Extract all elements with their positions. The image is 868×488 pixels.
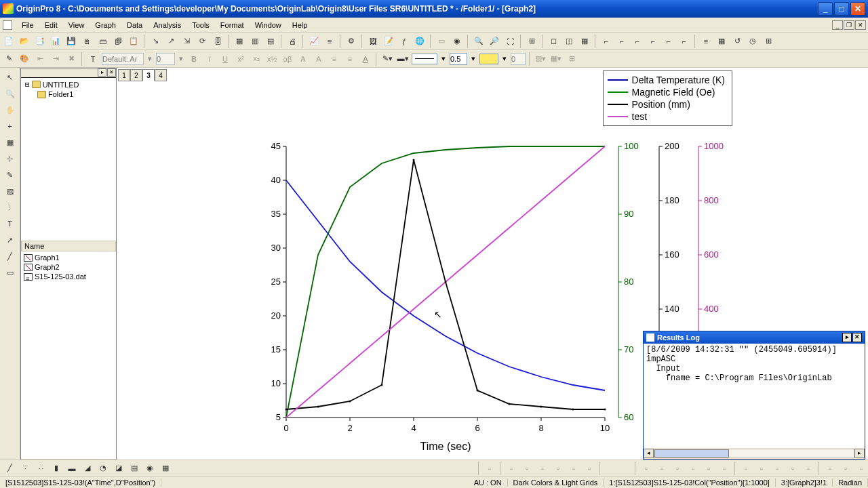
fill-color-button[interactable]: 🎨: [18, 52, 31, 66]
group-button[interactable]: ▫: [854, 462, 868, 475]
bar-plot-button[interactable]: ▬: [65, 462, 79, 475]
grp2-button[interactable]: ▫: [520, 462, 534, 475]
grp4-button[interactable]: ▫: [551, 462, 565, 475]
reimport-button[interactable]: ⟳: [195, 35, 209, 48]
text-tool-button[interactable]: T: [86, 52, 100, 66]
rescale-button[interactable]: ⊞: [525, 35, 538, 48]
layer-1-button[interactable]: ◻: [547, 35, 560, 48]
legend[interactable]: Delta Temperature (K)Magnetic Field (Oe)…: [603, 70, 732, 126]
save-template-button[interactable]: 🗎: [80, 35, 94, 48]
new-graph-button[interactable]: ▤: [264, 35, 277, 48]
grp1-button[interactable]: ▫: [505, 462, 518, 475]
pe-close-button[interactable]: ✕: [107, 68, 116, 77]
add-right-axis-button[interactable]: ⌐: [646, 35, 660, 48]
slide-show-button[interactable]: ▭: [435, 35, 448, 48]
zoom-in-button[interactable]: 🔍: [472, 35, 486, 48]
grp5-button[interactable]: ▫: [567, 462, 580, 475]
underline-button[interactable]: U: [218, 52, 232, 66]
grp6-button[interactable]: ▫: [583, 462, 596, 475]
fill-color-chip[interactable]: [479, 54, 498, 64]
object-edit-2[interactable]: ▫: [655, 462, 669, 475]
column-plot-button[interactable]: ▮: [50, 462, 63, 475]
rect-tool[interactable]: ▭: [3, 266, 17, 279]
close-button[interactable]: ✕: [850, 2, 865, 16]
object-edit-6[interactable]: ▫: [717, 462, 731, 475]
results-log-titlebar[interactable]: Results Log ▸ ✕: [644, 331, 865, 344]
region-tool[interactable]: ⋮: [3, 201, 17, 214]
layer-3-button[interactable]: ▦: [578, 35, 591, 48]
line-width-input[interactable]: [450, 53, 467, 65]
arrow-tool[interactable]: ↗: [3, 233, 17, 247]
line-symbol-button[interactable]: ∴: [34, 462, 47, 475]
full-screen-button[interactable]: ⛶: [503, 35, 517, 48]
scroll-right-button[interactable]: ▸: [854, 449, 865, 458]
increase-font-button[interactable]: A: [296, 52, 310, 66]
screen-reader-button[interactable]: ◉: [450, 35, 464, 48]
scroll-thumb[interactable]: [654, 449, 729, 458]
arrange-layers-button[interactable]: ≡: [699, 35, 713, 48]
tree-root[interactable]: ⊟ UNTITLED: [22, 79, 115, 89]
back-button[interactable]: ▫: [839, 462, 852, 475]
border-width-input[interactable]: [511, 53, 526, 65]
line-tool[interactable]: ╱: [3, 249, 17, 263]
subscript-button[interactable]: x₂: [250, 52, 263, 66]
italic-button[interactable]: I: [203, 52, 216, 66]
add-left-axis-button[interactable]: ⌐: [631, 35, 644, 48]
arrange-3[interactable]: ▫: [770, 462, 784, 475]
add-bot-axis-button[interactable]: ⌐: [677, 35, 691, 48]
contour-button[interactable]: ◉: [143, 462, 157, 475]
new-layout-button[interactable]: 🖼: [366, 35, 380, 48]
export-button[interactable]: 🗐: [111, 35, 125, 48]
template-button[interactable]: ▦: [159, 462, 172, 475]
project-item-list[interactable]: Graph1Graph2S15-125-03.dat: [21, 251, 116, 299]
zoom-out-button[interactable]: 🔎: [488, 35, 501, 48]
list-item[interactable]: Graph2: [22, 262, 115, 272]
mdi-close-button[interactable]: ✕: [855, 20, 866, 30]
text-annot-tool[interactable]: T: [3, 217, 17, 230]
align-left-button[interactable]: ≡: [328, 52, 341, 66]
new-notes-button[interactable]: 📝: [382, 35, 395, 48]
import-db-button[interactable]: 🗄: [211, 35, 224, 48]
front-button[interactable]: ▫: [823, 462, 837, 475]
worksheet-button[interactable]: ⊞: [762, 35, 775, 48]
anti-alias-button[interactable]: ↺: [730, 35, 744, 48]
draw-data-tool[interactable]: ✎: [3, 168, 17, 182]
menu-data[interactable]: Data: [121, 20, 148, 30]
arrange-4[interactable]: ▫: [786, 462, 800, 475]
new-function-button[interactable]: ƒ: [397, 35, 411, 48]
menu-window[interactable]: Window: [250, 20, 287, 30]
superscript-button[interactable]: x²: [234, 52, 248, 66]
import-multi-button[interactable]: ⇲: [180, 35, 193, 48]
pan-tool[interactable]: ✋: [3, 103, 17, 117]
refresh-button[interactable]: 🌐: [413, 35, 427, 48]
maximize-button[interactable]: □: [834, 2, 849, 16]
layer-2-button[interactable]: ◫: [562, 35, 576, 48]
menu-file[interactable]: File: [16, 20, 39, 30]
extract-layers-button[interactable]: ⌐: [599, 35, 613, 48]
list-item[interactable]: Graph1: [22, 253, 115, 262]
mask-show-button[interactable]: ▫: [483, 462, 496, 475]
new-workbook-button[interactable]: ▦: [233, 35, 246, 48]
batch-button[interactable]: 📋: [127, 35, 140, 48]
arrange-1[interactable]: ▫: [739, 462, 753, 475]
scroll-left-button[interactable]: ◂: [644, 449, 654, 458]
scatter-plot-button[interactable]: ∵: [18, 462, 32, 475]
arrange-2[interactable]: ▫: [755, 462, 768, 475]
edit-mode-button[interactable]: ✎: [2, 52, 16, 66]
stack-plot-button[interactable]: ▤: [127, 462, 141, 475]
object-edit-5[interactable]: ▫: [702, 462, 715, 475]
menu-tools[interactable]: Tools: [186, 20, 215, 30]
object-edit-4[interactable]: ▫: [686, 462, 700, 475]
object-edit-3[interactable]: ▫: [671, 462, 684, 475]
speed-mode-button[interactable]: ◷: [746, 35, 760, 48]
add-top-axis-button[interactable]: ⌐: [662, 35, 675, 48]
list-item[interactable]: S15-125-03.dat: [22, 272, 115, 281]
mdi-minimize-button[interactable]: _: [832, 20, 843, 30]
results-log-autohide-button[interactable]: ▸: [842, 333, 852, 342]
bold-button[interactable]: B: [187, 52, 201, 66]
new-project-button[interactable]: 📄: [2, 35, 16, 48]
merge-button[interactable]: ⌐: [615, 35, 629, 48]
save-button[interactable]: 💾: [64, 35, 78, 48]
line-style-select[interactable]: [412, 54, 437, 64]
menu-analysis[interactable]: Analysis: [148, 20, 186, 30]
